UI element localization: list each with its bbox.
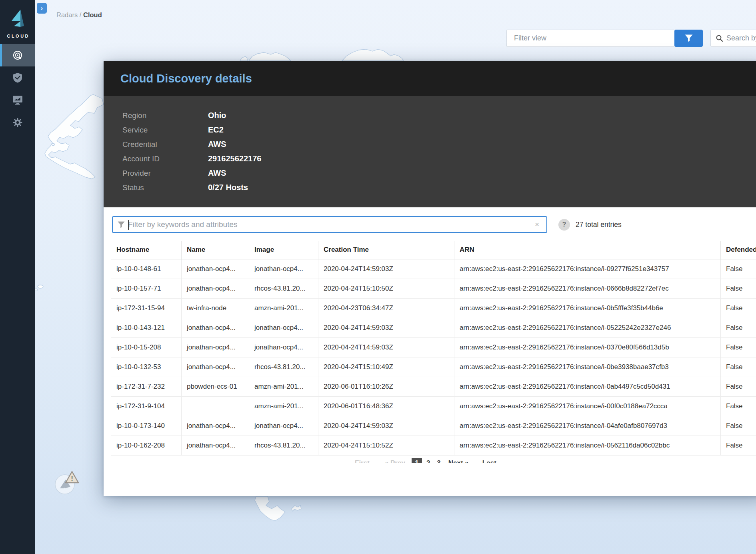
breadcrumb-separator: / [78,11,83,18]
cloud-logo-icon [9,8,26,28]
cloud-discovery-dialog: Cloud Discovery details RegionOhioServic… [104,61,756,496]
image-cell: jonathan-ocp4... [249,318,318,337]
detail-row: Account ID291625622176 [122,151,756,166]
arn-cell: arn:aws:ec2:us-east-2:291625622176:insta… [454,357,721,377]
detail-row: ServiceEC2 [122,122,756,137]
detail-label: Credential [122,137,208,152]
sidebar-item-settings[interactable] [0,111,35,134]
pagination-last[interactable]: Last [482,459,496,464]
dialog-title: Cloud Discovery details [120,72,252,85]
column-header[interactable]: Image [249,241,318,259]
pagination-3[interactable]: 3 [437,459,440,464]
creation-time-cell: 2020-06-01T16:48:36Z [318,396,454,416]
filter-view-input[interactable] [506,30,674,47]
search-icon [716,35,723,42]
detail-value: Ohio [208,111,226,120]
detail-row: ProviderAWS [122,166,756,180]
hostname-cell: ip-10-0-143-121 [111,318,182,337]
discovery-details-panel: RegionOhioServiceEC2CredentialAWSAccount… [104,96,756,207]
name-cell: pbowden-ecs-01 [182,377,249,396]
defended-cell: False [721,357,756,377]
pagination-prev: « Prev [385,459,405,464]
detail-label: Account ID [122,152,208,166]
detail-row: Status0/27 Hosts [122,180,756,195]
table-row[interactable]: ip-10-0-15-208jonathan-ocp4...jonathan-o… [111,337,756,357]
table-row[interactable]: ip-10-0-148-61jonathan-ocp4...jonathan-o… [111,259,756,279]
table-row[interactable]: ip-172-31-15-94tw-infra-nodeamzn-ami-201… [111,298,756,318]
help-icon[interactable]: ? [558,219,570,231]
search-box[interactable] [710,30,756,47]
pagination-2[interactable]: 2 [426,459,430,464]
image-cell: amzn-ami-201... [249,396,318,416]
image-cell: amzn-ami-201... [249,377,318,396]
defended-cell: False [721,416,756,436]
detail-value: EC2 [208,125,224,134]
cloud-provider-marker[interactable]: ! [54,468,80,495]
detail-value: AWS [208,140,226,149]
name-cell: jonathan-ocp4... [182,357,249,377]
column-header[interactable]: Hostname [111,241,182,259]
table-row[interactable]: ip-10-0-157-71jonathan-ocp4...rhcos-43.8… [111,279,756,298]
name-cell: jonathan-ocp4... [182,259,249,279]
hostname-cell: ip-10-0-132-53 [111,357,182,377]
hostname-cell: ip-10-0-162-208 [111,436,182,455]
table-row[interactable]: ip-10-0-173-140jonathan-ocp4...jonathan-… [111,416,756,436]
column-header[interactable]: Name [182,241,249,259]
table-row[interactable]: ip-10-0-162-208jonathan-ocp4...rhcos-43.… [111,436,756,455]
creation-time-cell: 2020-04-23T06:34:47Z [318,298,454,318]
detail-label: Provider [122,166,208,181]
sidebar-item-defend[interactable] [0,66,35,89]
table-filter-input[interactable] [128,220,531,229]
hosts-table: HostnameNameImageCreation TimeARNDefende… [111,241,756,456]
clear-filter-icon[interactable]: × [531,220,546,229]
table-row[interactable]: ip-172-31-7-232pbowden-ecs-01amzn-ami-20… [111,377,756,396]
table-row[interactable]: ip-172-31-9-104amzn-ami-201...2020-06-01… [111,396,756,416]
search-input[interactable] [726,34,756,42]
creation-time-cell: 2020-04-24T15:10:49Z [318,357,454,377]
defended-cell: False [721,318,756,337]
table-row[interactable]: ip-10-0-132-53jonathan-ocp4...rhcos-43.8… [111,357,756,377]
column-header[interactable]: ARN [454,241,721,259]
column-header[interactable]: Defended [721,241,756,259]
name-cell: jonathan-ocp4... [182,318,249,337]
detail-value: AWS [208,169,226,177]
arn-cell: arn:aws:ec2:us-east-2:291625622176:insta… [454,436,721,455]
detail-row: CredentialAWS [122,137,756,151]
creation-time-cell: 2020-04-24T14:59:03Z [318,337,454,357]
detail-value: 0/27 Hosts [208,183,248,192]
pagination-next[interactable]: Next » [448,459,469,464]
name-cell: jonathan-ocp4... [182,436,249,455]
sidebar-item-monitor[interactable] [0,89,35,111]
breadcrumb: Radars / Cloud [56,11,102,19]
creation-time-cell: 2020-04-24T15:10:50Z [318,279,454,298]
column-header[interactable]: Creation Time [318,241,454,259]
table-row[interactable]: ip-10-0-143-121jonathan-ocp4...jonathan-… [111,318,756,337]
creation-time-cell: 2020-06-01T16:10:26Z [318,377,454,396]
arn-cell: arn:aws:ec2:us-east-2:291625622176:insta… [454,259,721,279]
hostname-cell: ip-10-0-15-208 [111,337,182,357]
image-cell: jonathan-ocp4... [249,337,318,357]
sidebar-item-radars[interactable] [0,44,35,66]
filter-view-button[interactable] [674,30,703,47]
pagination-1[interactable]: 1 [412,458,422,464]
creation-time-cell: 2020-04-24T14:59:03Z [318,259,454,279]
monitor-icon [12,95,23,105]
sidebar: CLOUD [0,0,35,554]
hostname-cell: ip-172-31-9-104 [111,396,182,416]
arn-cell: arn:aws:ec2:us-east-2:291625622176:insta… [454,337,721,357]
table-filter-box: × [112,216,547,233]
radar-icon [12,50,23,60]
name-cell: tw-infra-node [182,298,249,318]
detail-label: Region [122,108,208,123]
creation-time-cell: 2020-04-24T15:10:52Z [318,436,454,455]
sidebar-expand-button[interactable]: › [37,3,47,14]
arn-cell: arn:aws:ec2:us-east-2:291625622176:insta… [454,396,721,416]
pagination-first: First [355,459,370,464]
breadcrumb-parent[interactable]: Radars [56,11,78,18]
detail-row: RegionOhio [122,108,756,122]
defended-cell: False [721,279,756,298]
hostname-cell: ip-10-0-173-140 [111,416,182,436]
defended-cell: False [721,259,756,279]
hosts-table-container: HostnameNameImageCreation TimeARNDefende… [111,241,756,463]
name-cell: jonathan-ocp4... [182,416,249,436]
